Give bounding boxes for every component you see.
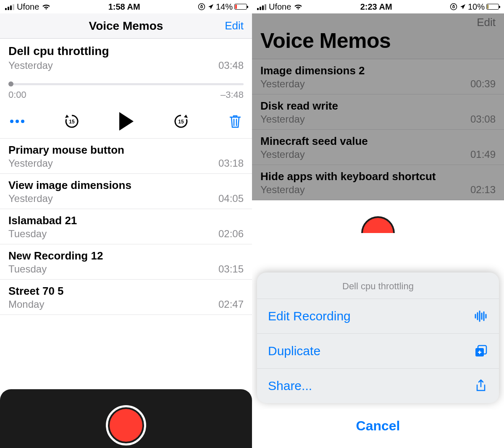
record-button[interactable]	[106, 405, 146, 445]
memo-title: Islamabad 21	[8, 214, 244, 227]
memo-list[interactable]: Dell cpu throttling Yesterday 03:48 0:00…	[0, 39, 252, 315]
rotation-lock-icon	[197, 3, 206, 11]
duplicate-icon	[474, 344, 488, 358]
action-label: Edit Recording	[268, 309, 351, 323]
playback-scrubber[interactable]: 0:00 –3:48	[8, 83, 244, 100]
edit-recording-action[interactable]: Edit Recording	[257, 299, 499, 334]
action-label: Share...	[268, 379, 312, 393]
memo-duration: 01:49	[470, 149, 496, 160]
memo-date: Tuesday	[8, 228, 47, 240]
record-toolbar	[0, 389, 252, 448]
memo-duration: 03:08	[470, 113, 496, 125]
edit-button[interactable]: Edit	[225, 19, 244, 32]
action-sheet-title: Dell cpu throttling	[257, 272, 499, 299]
memo-date: Monday	[8, 299, 44, 310]
cell-signal-icon	[5, 3, 14, 10]
action-label: Duplicate	[268, 344, 320, 358]
memo-date: Yesterday	[260, 78, 305, 90]
memo-title: Primary mouse button	[8, 144, 244, 157]
duplicate-action[interactable]: Duplicate	[257, 334, 499, 369]
memo-row[interactable]: Street 70 5 Monday02:47	[0, 280, 252, 315]
battery-icon	[234, 4, 247, 10]
screenshot-right: Ufone 2:23 AM 10% Edit Voice Memos Image…	[252, 0, 504, 448]
memo-row[interactable]: New Recording 12 Tuesday03:15	[0, 244, 252, 280]
location-icon	[207, 3, 214, 10]
forward-15-icon[interactable]: 15	[173, 113, 189, 130]
memo-title: Street 70 5	[8, 285, 244, 298]
svg-point-4	[450, 4, 457, 10]
memo-duration: 02:06	[218, 228, 244, 240]
memo-duration: 00:39	[470, 78, 496, 90]
memo-date: Yesterday	[260, 113, 305, 125]
wifi-icon	[294, 3, 303, 10]
battery-pct: 10%	[468, 2, 485, 12]
memo-row[interactable]: Hide apps with keyboard shortcut Yesterd…	[252, 165, 504, 200]
carrier-label: Ufone	[269, 2, 291, 12]
memo-duration: 04:05	[218, 193, 244, 204]
memo-row[interactable]: Image dimensions 2 Yesterday00:39	[252, 59, 504, 94]
memo-title: Disk read write	[260, 100, 496, 113]
status-bar: Ufone 2:23 AM 10%	[252, 0, 504, 13]
page-title: Voice Memos	[89, 19, 163, 33]
share-icon	[474, 379, 488, 393]
action-sheet: Dell cpu throttling Edit Recording Dupli…	[257, 272, 499, 443]
memo-duration: 02:13	[470, 184, 496, 196]
memo-row[interactable]: Disk read write Yesterday03:08	[252, 94, 504, 130]
waveform-icon	[474, 309, 488, 323]
memo-title: View image dimensions	[8, 179, 244, 192]
rewind-15-icon[interactable]: 15	[63, 113, 80, 130]
memo-list[interactable]: Image dimensions 2 Yesterday00:39 Disk r…	[252, 59, 504, 200]
svg-text:15: 15	[178, 119, 184, 125]
memo-expanded[interactable]: Dell cpu throttling Yesterday 03:48 0:00…	[0, 39, 252, 139]
carrier-label: Ufone	[17, 2, 39, 12]
remaining-time: –3:48	[220, 89, 244, 100]
share-action[interactable]: Share...	[257, 369, 499, 403]
record-button[interactable]	[359, 214, 397, 233]
rotation-lock-icon	[449, 3, 458, 11]
battery-icon	[486, 4, 499, 10]
cell-signal-icon	[257, 3, 266, 10]
memo-date: Tuesday	[8, 263, 47, 275]
memo-title: Minecraft seed value	[260, 135, 496, 148]
memo-row[interactable]: View image dimensions Yesterday04:05	[0, 174, 252, 209]
svg-rect-1	[201, 6, 202, 8]
memo-date: Yesterday	[8, 157, 53, 169]
svg-rect-5	[453, 6, 454, 8]
play-button[interactable]	[119, 112, 134, 131]
memo-date: Yesterday	[260, 184, 305, 196]
memo-duration: 03:48	[218, 60, 244, 71]
svg-text:15: 15	[69, 119, 75, 125]
elapsed-time: 0:00	[8, 89, 26, 100]
clock: 1:58 AM	[108, 2, 140, 12]
wifi-icon	[42, 3, 51, 10]
memo-date: Yesterday	[8, 193, 53, 204]
memo-title: Image dimensions 2	[260, 64, 496, 77]
scrubber-thumb[interactable]	[8, 81, 13, 86]
memo-row[interactable]: Primary mouse button Yesterday03:18	[0, 139, 252, 174]
memo-duration: 02:47	[218, 299, 244, 310]
svg-point-0	[198, 4, 205, 10]
location-icon	[459, 3, 466, 10]
memo-row[interactable]: Minecraft seed value Yesterday01:49	[252, 130, 504, 165]
battery-pct: 14%	[216, 2, 233, 12]
trash-icon[interactable]	[228, 114, 242, 129]
status-bar: Ufone 1:58 AM 14%	[0, 0, 252, 13]
memo-title: New Recording 12	[8, 249, 244, 262]
cancel-button[interactable]: Cancel	[257, 409, 499, 443]
page-title: Voice Memos	[260, 29, 496, 53]
navigation-bar: Edit Voice Memos	[252, 13, 504, 59]
screenshot-left: Ufone 1:58 AM 14% Voice Memos Edit Dell …	[0, 0, 252, 448]
memo-date: Yesterday	[260, 149, 305, 160]
clock: 2:23 AM	[360, 2, 392, 12]
memo-duration: 03:15	[218, 263, 244, 275]
navigation-bar: Voice Memos Edit	[0, 13, 252, 39]
memo-row[interactable]: Islamabad 21 Tuesday02:06	[0, 209, 252, 244]
memo-date: Yesterday	[8, 60, 53, 71]
memo-duration: 03:18	[218, 157, 244, 169]
memo-title: Dell cpu throttling	[8, 45, 244, 58]
edit-button[interactable]: Edit	[477, 16, 496, 29]
memo-title: Hide apps with keyboard shortcut	[260, 170, 496, 183]
more-options-button[interactable]	[10, 120, 24, 123]
